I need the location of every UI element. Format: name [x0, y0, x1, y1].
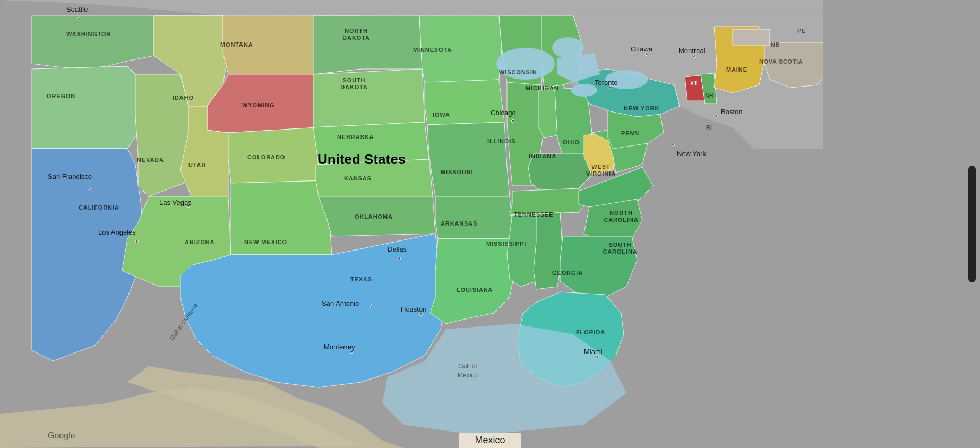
seattle-dot: [77, 17, 80, 20]
dallas-dot: [398, 257, 401, 260]
svg-point-2: [552, 37, 584, 58]
scrollbar[interactable]: [968, 166, 976, 282]
boston-dot: [715, 114, 718, 117]
las-vegas-dot: [187, 204, 190, 208]
montreal-dot: [693, 55, 696, 58]
google-watermark: Google: [48, 431, 75, 441]
pe-label: PE: [797, 28, 806, 34]
map-container: Seattle San Francisco Los Angeles Las Ve…: [0, 0, 980, 448]
chicago-dot: [511, 119, 514, 123]
svg-point-1: [496, 48, 555, 80]
ottawa-dot: [645, 53, 648, 56]
toronto-dot: [609, 86, 612, 89]
houston-dot: [419, 313, 423, 316]
mexico-label: Mexico: [459, 433, 521, 448]
monterrey-dot: [350, 350, 353, 354]
san-francisco-dot: [88, 187, 91, 190]
miami-dot: [596, 355, 599, 358]
nb-label: NB: [771, 41, 780, 48]
san-antonio-dot: [370, 305, 373, 308]
los-angeles-dot: [135, 240, 139, 243]
us-map-svg[interactable]: [0, 0, 980, 448]
svg-rect-5: [823, 0, 980, 448]
nova-scotia-label: NOVA SCOTIA: [759, 58, 803, 65]
gulf-of-mexico-label: Gulf ofMexico: [458, 362, 478, 380]
new-york-dot: [672, 143, 675, 146]
svg-point-4: [571, 84, 597, 97]
